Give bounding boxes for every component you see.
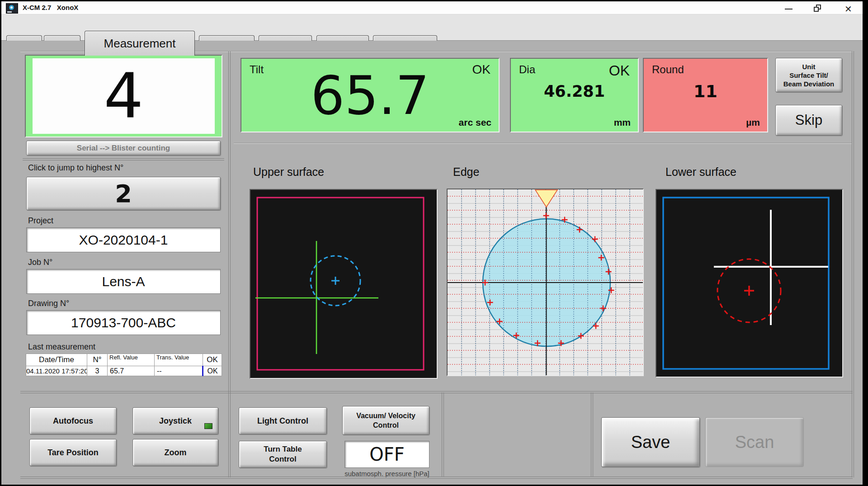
unit-button-line2: Surface Tilt/ bbox=[789, 71, 828, 80]
col-trans-value: Trans. Value bbox=[155, 354, 203, 366]
serial-blister-counting-button[interactable]: Serial --> Blister counting bbox=[26, 141, 221, 156]
col-n: N° bbox=[87, 354, 108, 366]
light-control-button[interactable]: Light Control bbox=[239, 407, 327, 434]
close-button[interactable]: ✕ bbox=[841, 3, 857, 14]
minimize-button[interactable] bbox=[781, 3, 797, 14]
tab-strip: Login Data Measurement Protocol Results … bbox=[1, 14, 863, 41]
tilt-meter: Tilt OK 65.7 arc sec bbox=[241, 58, 500, 132]
lower-center-cross bbox=[744, 286, 754, 296]
bottom-divider-1 bbox=[442, 392, 444, 477]
restore-button[interactable] bbox=[811, 3, 826, 14]
tab-measurement[interactable]: Measurement bbox=[85, 31, 195, 56]
vacuum-button-line2: Control bbox=[373, 420, 399, 430]
app-icon bbox=[6, 3, 18, 14]
left-column-divider bbox=[228, 51, 231, 477]
status-strip-divider bbox=[20, 477, 853, 479]
upper-frame-rect bbox=[257, 198, 424, 370]
cell-datetime: 04.11.2020 17:57:20 bbox=[26, 366, 87, 376]
lower-surface-title: Lower surface bbox=[665, 165, 736, 179]
turntable-button-line1: Turn Table bbox=[264, 444, 302, 454]
blister-counter-display: 4 bbox=[33, 58, 215, 134]
upper-center-cross bbox=[331, 277, 340, 285]
save-button[interactable]: Save bbox=[601, 417, 700, 467]
close-icon: ✕ bbox=[844, 4, 852, 14]
cell-refl-value: 65.7 bbox=[108, 366, 155, 376]
dia-meter: Dia OK 46.281 mm bbox=[510, 58, 639, 132]
col-datetime: Date/Time bbox=[26, 354, 87, 366]
skip-button[interactable]: Skip bbox=[775, 105, 842, 136]
cell-trans-value: -- bbox=[155, 366, 203, 376]
bottom-section-divider bbox=[20, 391, 853, 393]
unit-surface-tilt-button[interactable]: Unit Surface Tilt/ Beam Deviation bbox=[775, 58, 842, 92]
edge-measure-marker bbox=[543, 213, 549, 219]
application-window: X-CM 2.7 XonoX ✕ Login Data Measurement … bbox=[0, 0, 868, 486]
job-label: Job N° bbox=[28, 258, 52, 267]
unit-button-line3: Beam Deviation bbox=[783, 80, 835, 88]
joystick-button[interactable]: Joystick bbox=[132, 407, 218, 434]
project-label: Project bbox=[28, 216, 53, 226]
app-icon-strip bbox=[7, 11, 12, 13]
left-separator bbox=[23, 158, 224, 160]
minimize-icon bbox=[785, 9, 793, 9]
tilt-unit: arc sec bbox=[459, 117, 491, 128]
bottom-divider-2 bbox=[591, 392, 593, 477]
blister-counter-frame: 4 bbox=[25, 55, 222, 137]
upper-surface-title: Upper surface bbox=[253, 165, 324, 179]
zoom-button[interactable]: Zoom bbox=[132, 439, 218, 466]
turntable-button-line2: Control bbox=[269, 454, 296, 464]
job-field[interactable]: Lens-A bbox=[26, 269, 221, 294]
unit-button-line1: Unit bbox=[802, 62, 815, 71]
last-measurement-table: Date/Time N° Refl. Value Trans. Value OK… bbox=[26, 354, 222, 376]
joystick-button-label: Joystick bbox=[159, 416, 192, 426]
autofocus-button[interactable]: Autofocus bbox=[29, 407, 117, 434]
jump-number-box[interactable]: 2 bbox=[26, 177, 221, 210]
col-refl-value: Refl. Value bbox=[108, 354, 155, 366]
edge-pointer-triangle bbox=[535, 190, 557, 207]
right-edge-divider bbox=[852, 51, 854, 477]
drawing-field[interactable]: 170913-700-ABC bbox=[26, 310, 221, 335]
edge-plot bbox=[448, 189, 643, 375]
upper-surface-plot bbox=[250, 190, 437, 378]
pressure-display: OFF bbox=[344, 441, 429, 468]
tare-position-button[interactable]: Tare Position bbox=[29, 439, 117, 466]
scan-button[interactable]: Scan bbox=[705, 417, 804, 467]
project-field[interactable]: XO-2020104-1 bbox=[26, 227, 221, 252]
restore-icon-front bbox=[814, 7, 819, 12]
cell-ok: OK bbox=[203, 366, 222, 376]
cell-n: 3 bbox=[87, 366, 108, 376]
vacuum-velocity-control-button[interactable]: Vacuum/ Velocity Control bbox=[342, 406, 429, 435]
lower-surface-panel bbox=[656, 189, 843, 377]
jump-number-value: 2 bbox=[115, 179, 132, 208]
title-bar: X-CM 2.7 XonoX ✕ bbox=[1, 1, 863, 14]
joystick-led-indicator bbox=[204, 423, 212, 429]
table-row: 04.11.2020 17:57:20 3 65.7 -- OK bbox=[26, 366, 222, 376]
table-header-row: Date/Time N° Refl. Value Trans. Value OK bbox=[26, 354, 222, 366]
lower-surface-plot bbox=[656, 190, 842, 377]
blister-count-value: 4 bbox=[104, 65, 144, 127]
edge-title: Edge bbox=[453, 165, 479, 179]
vacuum-button-line1: Vacuum/ Velocity bbox=[356, 411, 415, 420]
round-unit: µm bbox=[746, 117, 760, 128]
turn-table-control-button[interactable]: Turn Table Control bbox=[239, 441, 327, 468]
drawing-label: Drawing N° bbox=[28, 299, 69, 308]
meter-row-divider bbox=[234, 143, 852, 144]
jump-highest-label: Click to jump to highest N° bbox=[28, 163, 123, 173]
last-measurement-label: Last measurement bbox=[28, 342, 95, 352]
col-ok: OK bbox=[203, 354, 222, 366]
app-icon-ring bbox=[9, 5, 14, 10]
upper-surface-panel bbox=[250, 189, 438, 379]
window-title: X-CM 2.7 XonoX bbox=[23, 4, 78, 11]
lower-frame-rect bbox=[663, 198, 829, 369]
dia-unit: mm bbox=[614, 117, 631, 128]
round-meter: Round 11 µm bbox=[643, 58, 768, 132]
edge-panel bbox=[447, 189, 644, 376]
